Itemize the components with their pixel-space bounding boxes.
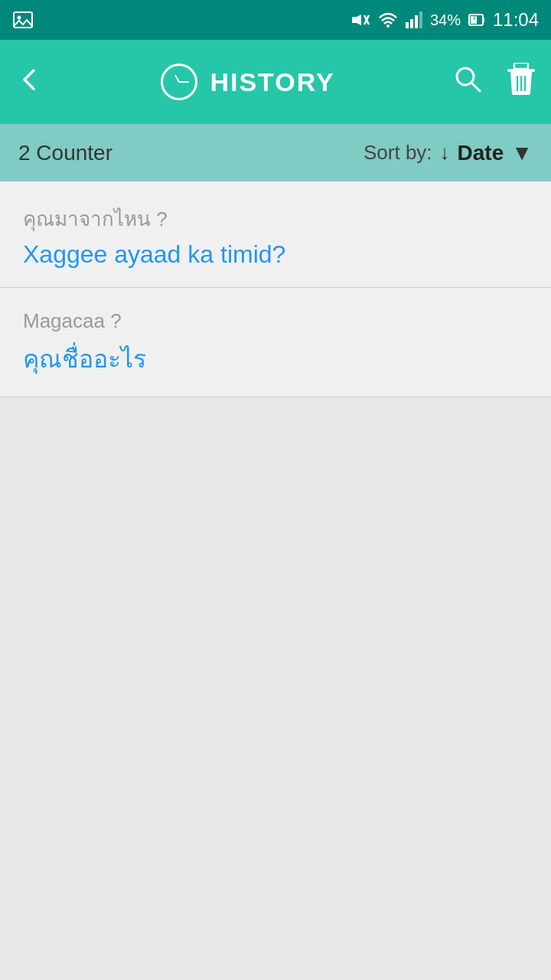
svg-rect-8 [410, 19, 413, 28]
sort-section[interactable]: Sort by: ↓ Date ▼ [364, 141, 533, 165]
sort-direction-icon: ↓ [440, 141, 450, 165]
signal-icon [406, 11, 422, 28]
counter-label: 2 Counter [18, 141, 364, 165]
delete-button[interactable] [494, 63, 536, 102]
toolbar-title: HISTORY [210, 67, 334, 97]
sort-date-label: Date [458, 141, 504, 165]
svg-rect-9 [415, 15, 418, 28]
svg-rect-12 [483, 18, 484, 22]
toolbar-center: HISTORY [55, 64, 441, 100]
time-display: 11:04 [493, 9, 539, 31]
image-icon [12, 9, 34, 31]
back-button[interactable] [15, 66, 55, 98]
sort-by-label: Sort by: [364, 141, 432, 165]
svg-rect-7 [406, 22, 409, 28]
item-secondary-text: Magacaa ? [23, 309, 528, 333]
delete-icon [507, 63, 536, 95]
svg-marker-2 [357, 15, 361, 25]
item-primary-text: Xaggee ayaad ka timid? [23, 240, 528, 269]
item-primary-text: คุณชื่ออะไร [23, 339, 528, 378]
svg-line-16 [471, 83, 480, 91]
empty-content-area [0, 397, 551, 980]
back-icon [15, 66, 43, 93]
svg-rect-18 [514, 63, 528, 69]
list-item[interactable]: คุณมาจากไหน ? Xaggee ayaad ka timid? [0, 181, 551, 288]
status-right-icons: 34% 11:04 [350, 9, 539, 31]
dropdown-arrow-icon[interactable]: ▼ [511, 141, 533, 165]
toolbar: HISTORY [0, 40, 551, 124]
search-button[interactable] [441, 64, 494, 100]
svg-point-1 [18, 16, 21, 20]
svg-rect-10 [419, 11, 422, 28]
svg-rect-3 [352, 17, 357, 23]
battery-icon [468, 11, 485, 28]
sub-header: 2 Counter Sort by: ↓ Date ▼ [0, 124, 551, 181]
battery-label: 34% [430, 11, 461, 29]
item-secondary-text: คุณมาจากไหน ? [23, 203, 528, 234]
svg-point-6 [386, 24, 390, 28]
mute-icon [350, 11, 370, 28]
status-bar: 34% 11:04 [0, 0, 551, 40]
status-left-icons [12, 9, 34, 31]
clock-icon [161, 64, 197, 100]
wifi-icon [378, 11, 398, 28]
content-list: คุณมาจากไหน ? Xaggee ayaad ka timid? Mag… [0, 181, 551, 980]
search-icon [453, 64, 482, 93]
list-item[interactable]: Magacaa ? คุณชื่ออะไร [0, 288, 551, 397]
